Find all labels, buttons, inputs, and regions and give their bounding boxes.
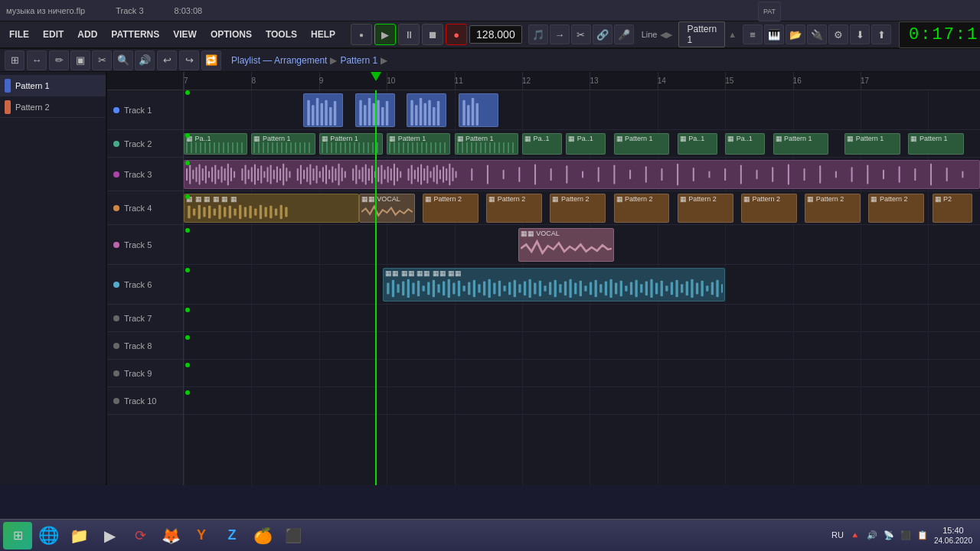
record-btn[interactable]: ● [446, 24, 467, 45]
track-header-10[interactable]: Track 10 [107, 387, 183, 415]
block-t4-p2-7[interactable]: ▦ Pattern 2 [805, 194, 861, 223]
track-header-6[interactable]: Track 6 [107, 265, 183, 305]
stop-btn2[interactable]: ⬛ [279, 522, 308, 549]
track-header-1[interactable]: Track 1 [107, 90, 183, 130]
block-t2-9[interactable]: ▦ Pa..1 [678, 133, 717, 155]
mixer-icon[interactable]: ≡ [743, 24, 763, 44]
pattern-icon[interactable]: 🎵 [528, 24, 548, 44]
svg-rect-203 [590, 282, 592, 295]
menu-options[interactable]: OPTIONS [204, 26, 258, 43]
svg-rect-89 [397, 168, 398, 181]
svg-rect-128 [804, 168, 805, 181]
menu-add[interactable]: ADD [71, 26, 103, 43]
block-t5-vocal[interactable]: ▦▦ VOCAL [518, 228, 614, 262]
track-header-9[interactable]: Track 9 [107, 360, 183, 387]
pattern-item-1[interactable]: Pattern 1 [0, 75, 106, 96]
start-button[interactable]: ⊞ [3, 522, 32, 549]
block-t2-7[interactable]: ▦ Pa..1 [566, 133, 606, 155]
ie-button[interactable]: 🌐 [34, 522, 63, 549]
firefox-button[interactable]: 🦊 [156, 522, 185, 549]
bpm-display[interactable]: 128.000 [469, 25, 522, 44]
tool1[interactable]: → [550, 24, 570, 44]
block-t2-2[interactable]: ▦ Pattern 1 [251, 133, 315, 155]
play-btn[interactable]: ▶ [374, 24, 396, 45]
block-t2-4[interactable]: ▦ Pattern 1 [387, 133, 450, 155]
snap-icon[interactable]: ⊞ [5, 51, 24, 70]
track-label-8: Track 8 [124, 341, 152, 350]
block-t1-3[interactable] [407, 93, 446, 127]
tool3[interactable]: 🔗 [593, 24, 612, 44]
svg-rect-226 [706, 285, 708, 291]
block-t2-1[interactable]: ▦ Pa..1 [184, 133, 247, 155]
upload-icon[interactable]: ⬆ [871, 24, 891, 44]
svg-rect-56 [283, 164, 284, 186]
piano-icon[interactable]: 🎹 [764, 24, 784, 44]
speaker-icon[interactable]: 🔊 [135, 51, 155, 70]
block-t3-1[interactable]: // generate wave bars [184, 160, 980, 189]
zoom-icon[interactable]: 🔍 [113, 51, 133, 70]
pattern-selector[interactable]: Pattern 1 [678, 21, 725, 47]
select-icon[interactable]: ▣ [70, 51, 90, 70]
magnet-icon[interactable]: ↔ [27, 51, 47, 70]
block-t1-1[interactable] [303, 93, 343, 127]
loop-icon[interactable]: 🔁 [201, 51, 221, 70]
block-t6-1[interactable]: ▦▦ ▦▦ ▦▦ ▦▦ ▦▦ [383, 268, 725, 302]
track-header-3[interactable]: Track 3 [107, 158, 183, 191]
playlist-area: Track 1 Track 2 Track 3 Track 4 Track 5 … [107, 72, 980, 485]
menu-help[interactable]: HELP [305, 26, 341, 43]
block-t4-vocal[interactable]: ▦▦ VOCAL [359, 194, 415, 223]
block-t2-5[interactable]: ▦ Pattern 1 [455, 133, 518, 155]
svg-rect-3 [316, 98, 318, 126]
redo-icon[interactable]: ↪ [179, 51, 199, 70]
pattern-item-2[interactable]: Pattern 2 [0, 96, 106, 118]
draw-icon[interactable]: ✏ [49, 51, 69, 70]
download-icon[interactable]: ⬇ [850, 24, 870, 44]
svg-rect-83 [377, 167, 379, 182]
pause-btn[interactable]: ⏸ [398, 24, 420, 45]
menu-patterns[interactable]: PATTERNS [105, 26, 165, 43]
track-header-4[interactable]: Track 4 [107, 191, 183, 225]
block-t4-p2-9[interactable]: ▦ P2 [933, 194, 972, 223]
menu-file[interactable]: FILE [3, 26, 35, 43]
menu-edit[interactable]: EDIT [37, 26, 70, 43]
fl-icon-button[interactable]: 🍊 [248, 522, 277, 549]
block-t2-6[interactable]: ▦ Pa..1 [522, 133, 562, 155]
cut-icon[interactable]: ✂ [92, 51, 112, 70]
undo-icon[interactable]: ↩ [157, 51, 177, 70]
block-t4-p2-2[interactable]: ▦ Pattern 2 [486, 194, 542, 223]
track-header-7[interactable]: Track 7 [107, 305, 183, 332]
block-t4-p2-5[interactable]: ▦ Pattern 2 [678, 194, 733, 223]
track-header-8[interactable]: Track 8 [107, 332, 183, 360]
tool2[interactable]: ✂ [571, 24, 591, 44]
block-t2-13[interactable]: ▦ Pattern 1 [908, 133, 964, 155]
svg-rect-6 [329, 107, 332, 126]
zaim-button[interactable]: Z [217, 522, 247, 549]
block-t4-p2-8[interactable]: ▦ Pattern 2 [868, 194, 924, 223]
plugin-icon[interactable]: 🔌 [807, 24, 827, 44]
block-t2-10[interactable]: ▦ Pa..1 [725, 133, 765, 155]
block-t4-p2-4[interactable]: ▦ Pattern 2 [614, 194, 670, 223]
app1-button[interactable]: ⟳ [126, 522, 155, 549]
block-t4-p2-1[interactable]: ▦ Pattern 2 [423, 194, 479, 223]
yandex-button[interactable]: Y [187, 522, 216, 549]
stop-btn[interactable]: ● [351, 24, 372, 45]
track-header-5[interactable]: Track 5 [107, 225, 183, 265]
menu-view[interactable]: VIEW [167, 26, 203, 43]
settings-icon[interactable]: ⚙ [828, 24, 848, 44]
tool4[interactable]: 🎤 [614, 24, 634, 44]
track-header-2[interactable]: Track 2 [107, 130, 183, 158]
block-t2-8[interactable]: ▦ Pattern 1 [614, 133, 670, 155]
media-player-button[interactable]: ▶ [95, 522, 124, 549]
menu-tools[interactable]: TOOLS [260, 26, 303, 43]
block-t4-pre[interactable]: ▦ ▦ ▦ ▦ ▦ ▦ [184, 194, 359, 223]
block-t4-p2-3[interactable]: ▦ Pattern 2 [550, 194, 606, 223]
block-t1-4[interactable] [459, 93, 498, 127]
stop2-btn[interactable]: ⏹ [422, 24, 443, 45]
block-t4-p2-6[interactable]: ▦ Pattern 2 [741, 194, 797, 223]
block-t2-12[interactable]: ▦ Pattern 1 [844, 133, 900, 155]
explorer-button[interactable]: 📁 [64, 522, 93, 549]
svg-rect-46 [251, 167, 253, 182]
block-t2-11[interactable]: ▦ Pattern 1 [773, 133, 829, 155]
block-t2-3[interactable]: ▦ Pattern 1 [319, 133, 383, 155]
browser-icon[interactable]: 📂 [786, 24, 805, 44]
